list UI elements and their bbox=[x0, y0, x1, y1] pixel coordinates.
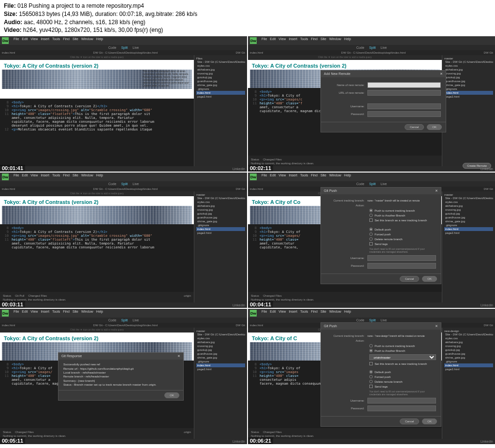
file-tree-item[interactable]: page2.html bbox=[196, 95, 245, 99]
file-tree-item[interactable]: akihabara.jpg bbox=[444, 204, 493, 208]
menu-item[interactable]: Tools bbox=[300, 173, 308, 180]
menu-item[interactable]: File bbox=[262, 173, 267, 180]
menu-item[interactable]: View bbox=[278, 173, 286, 180]
menu-item[interactable]: View bbox=[278, 310, 286, 317]
menu-item[interactable]: Edit bbox=[270, 310, 276, 317]
delete-remote-radio[interactable] bbox=[369, 237, 373, 241]
menu-item[interactable]: Insert bbox=[41, 173, 49, 180]
menu-item[interactable]: Edit bbox=[270, 37, 276, 44]
menu-item[interactable]: File bbox=[262, 310, 267, 317]
menu-item[interactable]: Find bbox=[63, 310, 70, 317]
menu-item[interactable]: Edit bbox=[22, 173, 28, 180]
send-tags-checkbox[interactable] bbox=[369, 242, 373, 246]
menu-item[interactable]: Tools bbox=[300, 310, 308, 317]
file-tree-item[interactable]: guardhouse.jpg bbox=[444, 79, 493, 83]
file-tree-item[interactable]: crossing.jpg bbox=[444, 344, 493, 348]
menu-item[interactable]: Window bbox=[81, 310, 93, 317]
file-tree-item[interactable]: styles.css bbox=[444, 64, 493, 68]
file-tree-item[interactable]: page2.html bbox=[196, 231, 245, 235]
file-tree-item[interactable]: akihabara.jpg bbox=[444, 340, 493, 344]
default-push-radio[interactable] bbox=[369, 228, 373, 231]
menu-item[interactable]: Tools bbox=[300, 37, 308, 44]
file-tree-item[interactable]: styles.css bbox=[444, 336, 493, 340]
file-tree-item[interactable]: gotokuji.jpg bbox=[196, 212, 245, 216]
push-another-radio[interactable] bbox=[369, 214, 373, 217]
code-editor[interactable]: 8<body> 9<h1>Tokyo: A City of Contrasts … bbox=[0, 99, 194, 166]
push-current-radio[interactable] bbox=[369, 209, 373, 212]
file-tree-item[interactable]: gotokuji.jpg bbox=[196, 348, 245, 352]
file-tree-item[interactable]: styles.css bbox=[196, 200, 245, 204]
menu-item[interactable]: File bbox=[262, 37, 267, 44]
file-tree-item[interactable]: akihabara.jpg bbox=[196, 204, 245, 208]
menu-item[interactable]: Site bbox=[320, 37, 326, 44]
menu-item[interactable]: View bbox=[30, 37, 38, 44]
ok-button[interactable]: OK bbox=[422, 276, 437, 282]
menu-item[interactable]: Find bbox=[63, 173, 70, 180]
file-tree-item[interactable]: styles.css bbox=[196, 336, 245, 340]
menu-item[interactable]: Window bbox=[81, 37, 93, 44]
close-icon[interactable]: ✕ bbox=[435, 189, 438, 193]
forced-push-radio[interactable] bbox=[369, 232, 373, 236]
files-panel[interactable]: Files Site - DW Git (C:\Users\David\Desk… bbox=[194, 55, 247, 166]
menu-item[interactable]: Insert bbox=[289, 173, 297, 180]
file-tree-item[interactable]: .gitignore bbox=[196, 360, 245, 363]
menu-item[interactable]: Edit bbox=[270, 173, 276, 180]
menu-item[interactable]: Insert bbox=[289, 37, 297, 44]
menu-item[interactable]: Window bbox=[329, 310, 341, 317]
menu-item[interactable]: Find bbox=[311, 310, 318, 317]
menu-item[interactable]: Site bbox=[320, 173, 326, 180]
file-tree-item[interactable]: index.html bbox=[444, 91, 493, 95]
file-tree-item[interactable]: styles.css bbox=[444, 200, 493, 204]
menu-item[interactable]: Find bbox=[63, 37, 70, 44]
branch-select[interactable]: origin/master bbox=[369, 354, 436, 360]
file-tree-item[interactable]: .gitignore bbox=[196, 223, 245, 227]
menu-item[interactable]: Window bbox=[81, 173, 93, 180]
set-tracking-checkbox[interactable] bbox=[369, 218, 373, 222]
file-tree-item[interactable]: .gitignore bbox=[444, 360, 493, 363]
menu-item[interactable]: Window bbox=[329, 37, 341, 44]
file-tree-item[interactable]: gotokuji.jpg bbox=[444, 348, 493, 352]
file-tree-item[interactable]: crossing.jpg bbox=[196, 72, 245, 75]
close-icon[interactable]: ✕ bbox=[177, 354, 180, 358]
file-tree-item[interactable]: akihabara.jpg bbox=[196, 68, 245, 72]
file-tree-item[interactable]: crossing.jpg bbox=[444, 208, 493, 212]
menu-item[interactable]: Tools bbox=[52, 37, 60, 44]
menu-item[interactable]: Find bbox=[311, 37, 318, 44]
file-tree-item[interactable]: akihabara.jpg bbox=[444, 68, 493, 72]
menu-item[interactable]: View bbox=[278, 37, 286, 44]
file-tree-item[interactable]: akihabara.jpg bbox=[196, 340, 245, 344]
close-icon[interactable]: ✕ bbox=[435, 324, 438, 328]
menu-item[interactable]: Site bbox=[73, 310, 78, 317]
ok-button[interactable]: OK bbox=[422, 419, 437, 424]
file-tree-item[interactable]: index.html bbox=[196, 227, 245, 231]
cancel-button[interactable]: Cancel bbox=[400, 419, 420, 424]
file-tree-item[interactable]: shrine_gate.jpg bbox=[444, 83, 493, 87]
file-tree-item[interactable]: guardhouse.jpg bbox=[444, 216, 493, 219]
file-tree-item[interactable]: gotokuji.jpg bbox=[196, 75, 245, 79]
menu-item[interactable]: Help bbox=[344, 173, 351, 180]
file-tree-item[interactable]: index.html bbox=[444, 363, 493, 367]
menu-item[interactable]: Help bbox=[344, 37, 351, 44]
file-tree-item[interactable]: guardhouse.jpg bbox=[444, 352, 493, 356]
file-tree-item[interactable]: index.html bbox=[444, 227, 493, 231]
password-input[interactable] bbox=[367, 111, 441, 117]
menu-item[interactable]: Site bbox=[73, 37, 78, 44]
menu-item[interactable]: Help bbox=[96, 37, 103, 44]
menu-item[interactable]: Tools bbox=[52, 173, 60, 180]
menu-item[interactable]: Help bbox=[96, 173, 103, 180]
file-tree-item[interactable]: styles.css bbox=[196, 64, 245, 68]
file-tree-item[interactable]: guardhouse.jpg bbox=[196, 79, 245, 83]
menu-item[interactable]: View bbox=[30, 310, 38, 317]
menu-item[interactable]: Insert bbox=[289, 310, 297, 317]
username-input[interactable] bbox=[367, 103, 441, 109]
file-tree-item[interactable]: .gitignore bbox=[444, 87, 493, 91]
file-tree-item[interactable]: page2.html bbox=[196, 367, 245, 371]
file-tree-item[interactable]: gotokuji.jpg bbox=[444, 75, 493, 79]
ok-button[interactable]: OK bbox=[427, 124, 442, 130]
menu-item[interactable]: View bbox=[30, 173, 38, 180]
menu-item[interactable]: File bbox=[14, 310, 19, 317]
menu-item[interactable]: Help bbox=[96, 310, 103, 317]
file-tree-item[interactable]: page2.html bbox=[444, 95, 493, 99]
menu-item[interactable]: File bbox=[14, 37, 19, 44]
file-tree-item[interactable]: shrine_gate.jpg bbox=[196, 356, 245, 360]
